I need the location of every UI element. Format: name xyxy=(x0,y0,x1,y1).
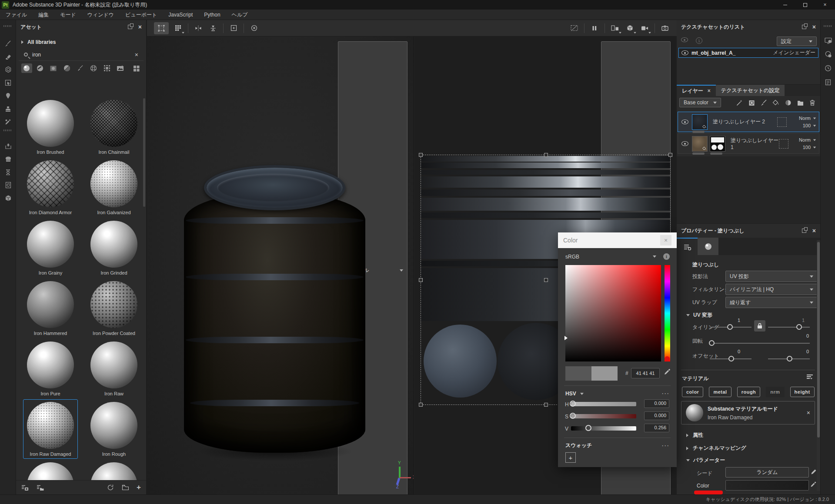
export-button[interactable] xyxy=(0,140,16,152)
asset-item[interactable]: Iron Chainmail xyxy=(87,97,141,157)
filter-filters-icon[interactable] xyxy=(61,63,72,73)
menu-mode[interactable]: モード xyxy=(54,10,82,20)
assets-box-button[interactable] xyxy=(0,192,16,204)
layer-visibility-icon[interactable] xyxy=(681,119,688,124)
channel-mapping-section[interactable]: チャンネルマッピング xyxy=(686,444,746,452)
solo-icon[interactable]: 1 xyxy=(696,37,702,44)
blend-mode-dropdown[interactable]: Norm xyxy=(789,116,816,121)
asset-item-selected[interactable]: Iron Raw Damaged xyxy=(23,399,78,459)
display-settings-button[interactable] xyxy=(821,35,835,46)
filter-textures-icon[interactable] xyxy=(115,63,126,73)
menu-window[interactable]: ウィンドウ xyxy=(82,10,120,20)
hue-strip[interactable] xyxy=(665,265,670,361)
undock-icon[interactable] xyxy=(802,229,806,233)
selection-handle[interactable] xyxy=(544,403,548,407)
screenshot-button[interactable] xyxy=(658,22,672,34)
tab-layers[interactable]: レイヤー × xyxy=(677,85,716,96)
barrel-3d-model[interactable] xyxy=(184,165,365,455)
close-panel-icon[interactable]: × xyxy=(812,228,816,234)
new-shelf-icon[interactable] xyxy=(122,484,129,491)
selection-handle[interactable] xyxy=(419,403,423,407)
layer-mask-slot[interactable] xyxy=(779,139,788,149)
channel-selector-dropdown[interactable]: Base color xyxy=(679,98,721,107)
selection-handle[interactable] xyxy=(544,278,548,282)
filter-procedurals-icon[interactable] xyxy=(102,63,113,73)
menu-edit[interactable]: 編集 xyxy=(33,10,54,20)
layer-mask-thumbnail[interactable] xyxy=(710,136,725,152)
texture-set-settings-dropdown[interactable]: 設定 xyxy=(777,36,817,46)
material-list-options-icon[interactable] xyxy=(806,374,813,380)
slider-knob[interactable] xyxy=(727,324,733,330)
log-button[interactable] xyxy=(821,76,835,88)
parameters-section[interactable]: パラメーター xyxy=(686,457,725,464)
slider-knob[interactable] xyxy=(570,413,576,419)
pause-engine-button[interactable] xyxy=(587,22,602,34)
tiling-lock-button[interactable] xyxy=(754,320,765,332)
more-options-icon[interactable]: ··· xyxy=(662,391,670,397)
add-swatch-button[interactable]: + xyxy=(565,452,576,463)
material-picker-tool-button[interactable] xyxy=(0,116,16,128)
grid-view-icon[interactable] xyxy=(131,63,142,73)
texture-set-row-selected[interactable]: mt_obj_barrel_A_ メインシェーダー xyxy=(678,48,818,58)
split-view-button[interactable] xyxy=(608,22,622,34)
asset-item[interactable]: Iron Galvanized xyxy=(87,158,141,217)
color-dialog-titlebar[interactable]: Color × xyxy=(558,232,677,248)
resources-updater-button[interactable] xyxy=(0,179,16,191)
visibility-sync-icon[interactable] xyxy=(681,37,688,42)
asset-item[interactable]: Iron Pure xyxy=(23,339,78,398)
clear-material-icon[interactable]: × xyxy=(807,410,810,416)
asset-item[interactable] xyxy=(87,460,141,480)
asset-item[interactable]: Iron Grinded xyxy=(87,218,141,278)
marquee-select-button[interactable] xyxy=(154,22,169,34)
viewport-3d[interactable]: マテリアル Y X Z xyxy=(147,36,414,494)
asset-item[interactable]: Iron Rough xyxy=(87,399,141,459)
uv-wrap-dropdown[interactable]: 繰り返す xyxy=(725,297,818,308)
asset-item[interactable]: Iron Grainy xyxy=(23,218,78,278)
color-picker-dialog[interactable]: Color × sRGB i # HSV ··· H 0.000 S 0.000… xyxy=(558,232,677,467)
symmetry-x-button[interactable] xyxy=(191,22,206,34)
add-fill-layer-icon[interactable] xyxy=(771,98,781,107)
menu-viewport[interactable]: ビューポート xyxy=(120,10,163,20)
maximize-button[interactable] xyxy=(795,0,815,10)
shader-settings-button[interactable] xyxy=(821,49,835,60)
assets-scrollbar[interactable] xyxy=(143,98,145,207)
filter-alphas-icon[interactable] xyxy=(88,63,99,73)
edit-seed-icon[interactable] xyxy=(811,469,817,475)
slider-knob[interactable] xyxy=(787,356,792,361)
clone-tool-button[interactable] xyxy=(0,103,16,115)
slider-knob[interactable] xyxy=(709,340,715,346)
slider-knob[interactable] xyxy=(570,401,576,407)
properties-scrollbar[interactable] xyxy=(817,240,820,491)
layer-thumbnail[interactable] xyxy=(692,114,708,130)
chevron-down-icon[interactable] xyxy=(580,393,584,395)
filtering-dropdown[interactable]: バイリニア法 | HQ xyxy=(725,284,818,295)
add-folder-icon[interactable] xyxy=(795,98,805,107)
close-panel-icon[interactable]: × xyxy=(812,24,816,30)
offset-x-slider[interactable] xyxy=(710,358,752,359)
asset-item[interactable]: Iron Diamond Armor xyxy=(23,158,78,217)
projection-tool-button[interactable] xyxy=(0,63,16,76)
export-resources-icon[interactable] xyxy=(37,484,44,491)
asset-item[interactable] xyxy=(23,460,78,480)
symmetry-y-button[interactable] xyxy=(206,22,220,34)
smudge-tool-button[interactable] xyxy=(0,90,16,102)
channel-metal-button[interactable]: metal xyxy=(709,387,731,397)
asset-item[interactable]: Iron Hammered xyxy=(23,279,78,338)
history-button[interactable] xyxy=(821,63,835,74)
h-value-field[interactable]: 0.000 xyxy=(644,399,669,408)
channel-color-button[interactable]: color xyxy=(682,387,703,397)
channel-height-button[interactable]: height xyxy=(790,387,815,397)
filter-smart-materials-icon[interactable] xyxy=(35,63,46,73)
add-effect-icon[interactable] xyxy=(734,98,745,107)
history-hourglass-button[interactable] xyxy=(0,166,16,178)
opacity-dropdown[interactable]: 100 xyxy=(791,145,816,150)
import-resources-icon[interactable] xyxy=(21,484,29,491)
chevron-down-icon[interactable] xyxy=(653,255,656,258)
value-slider[interactable] xyxy=(571,426,636,431)
tab-texture-set-settings[interactable]: テクスチャセットの設定 xyxy=(716,85,785,96)
seed-random-button[interactable]: ランダム xyxy=(725,467,809,477)
menu-javascript[interactable]: JavaScript xyxy=(163,10,198,20)
close-button[interactable]: × xyxy=(815,0,835,10)
layer-thumbnail[interactable] xyxy=(692,136,708,152)
saturation-value-picker[interactable] xyxy=(565,265,661,361)
